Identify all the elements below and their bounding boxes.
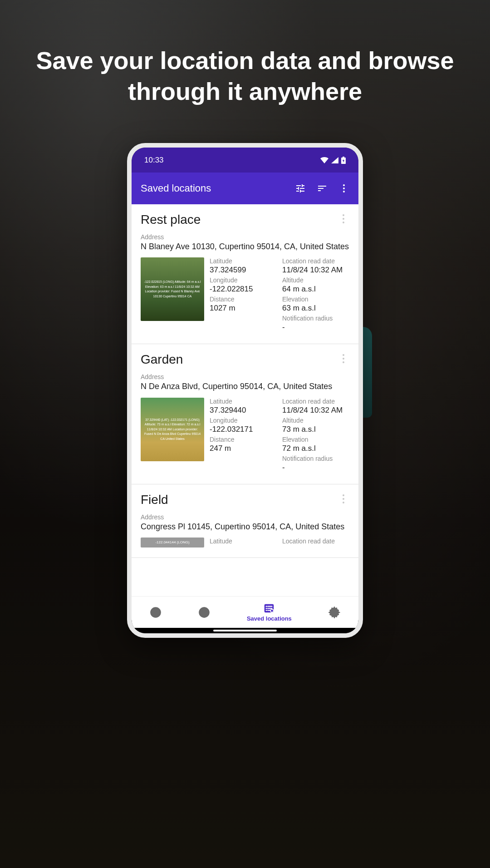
read-date-value: 11/8/24 10:32 AM bbox=[282, 266, 349, 275]
location-card[interactable]: Field Address Congress Pl 10145, Cuperti… bbox=[132, 484, 358, 558]
card-menu-button[interactable] bbox=[338, 212, 349, 227]
latitude-value: 37.329440 bbox=[210, 406, 277, 415]
nav-compass[interactable] bbox=[150, 607, 162, 618]
longitude-value: -122.032171 bbox=[210, 425, 277, 434]
status-icons bbox=[320, 157, 346, 164]
location-thumbnail[interactable]: -122.044144 (LONG) bbox=[141, 538, 204, 547]
address-value: N De Anza Blvd, Cupertino 95014, CA, Uni… bbox=[141, 381, 349, 392]
app-bar-title: Saved locations bbox=[141, 182, 295, 194]
read-date-value: 11/8/24 10:32 AM bbox=[282, 406, 349, 415]
sort-icon[interactable] bbox=[317, 183, 328, 194]
longitude-value: -122.022815 bbox=[210, 285, 277, 294]
list-icon bbox=[263, 602, 275, 614]
phone-screen: 10:33 Saved locations Rest place Address bbox=[132, 148, 358, 633]
svg-point-15 bbox=[271, 609, 274, 612]
bottom-nav: Saved locations bbox=[132, 596, 358, 628]
altitude-label: Altitude bbox=[282, 276, 349, 284]
app-bar-actions bbox=[295, 183, 349, 194]
nav-settings[interactable] bbox=[328, 607, 340, 618]
status-time: 10:33 bbox=[144, 156, 164, 165]
elevation-value: 72 m a.s.l bbox=[282, 444, 349, 453]
card-menu-button[interactable] bbox=[338, 493, 349, 507]
read-date-label: Location read date bbox=[282, 257, 349, 265]
compass-icon bbox=[150, 607, 162, 618]
altitude-value: 73 m a.s.l bbox=[282, 425, 349, 434]
svg-point-8 bbox=[343, 361, 344, 363]
longitude-label: Longitude bbox=[210, 276, 277, 284]
location-thumbnail[interactable]: -122.022815 (LONG) Altitude: 64 m a.s.l … bbox=[141, 257, 204, 321]
app-bar: Saved locations bbox=[132, 173, 358, 204]
wifi-icon bbox=[320, 157, 328, 163]
distance-value: 1027 m bbox=[210, 304, 277, 313]
notif-radius-label: Notification radius bbox=[282, 455, 349, 462]
latitude-label: Latitude bbox=[210, 398, 277, 405]
distance-value: 247 m bbox=[210, 444, 277, 453]
nav-saved-locations[interactable]: Saved locations bbox=[247, 602, 292, 622]
nav-globe[interactable] bbox=[198, 607, 210, 618]
location-thumbnail[interactable]: 37.329440 (LAT) -122.032171 (LONG) Altit… bbox=[141, 398, 204, 461]
content-scroll[interactable]: Rest place Address N Blaney Ave 10130, C… bbox=[132, 204, 358, 596]
latitude-label: Latitude bbox=[210, 538, 277, 545]
more-vert-icon[interactable] bbox=[338, 183, 349, 194]
distance-label: Distance bbox=[210, 436, 277, 443]
location-name: Garden bbox=[141, 352, 183, 367]
svg-point-2 bbox=[343, 191, 345, 192]
nav-handle[interactable] bbox=[213, 630, 277, 631]
latitude-value: 37.324599 bbox=[210, 266, 277, 275]
notif-radius-value: - bbox=[282, 323, 349, 332]
address-label: Address bbox=[141, 513, 349, 521]
svg-point-4 bbox=[343, 218, 344, 220]
promo-headline: Save your location data and browse throu… bbox=[0, 45, 490, 107]
svg-point-7 bbox=[343, 358, 344, 360]
location-card[interactable]: Rest place Address N Blaney Ave 10130, C… bbox=[132, 204, 358, 344]
latitude-label: Latitude bbox=[210, 257, 277, 265]
status-bar: 10:33 bbox=[132, 148, 358, 173]
read-date-label: Location read date bbox=[282, 538, 349, 545]
svg-point-5 bbox=[343, 222, 344, 223]
address-label: Address bbox=[141, 233, 349, 241]
elevation-label: Elevation bbox=[282, 296, 349, 303]
svg-point-10 bbox=[343, 498, 344, 500]
longitude-label: Longitude bbox=[210, 417, 277, 424]
address-label: Address bbox=[141, 373, 349, 380]
elevation-value: 63 m a.s.l bbox=[282, 304, 349, 313]
svg-point-6 bbox=[343, 354, 344, 356]
notif-radius-label: Notification radius bbox=[282, 315, 349, 322]
address-value: Congress Pl 10145, Cupertino 95014, CA, … bbox=[141, 522, 349, 532]
location-name: Field bbox=[141, 493, 168, 507]
nav-label: Saved locations bbox=[247, 615, 292, 622]
tune-icon[interactable] bbox=[295, 183, 306, 194]
svg-point-11 bbox=[343, 502, 344, 503]
gear-icon bbox=[328, 607, 340, 618]
phone-frame: 10:33 Saved locations Rest place Address bbox=[127, 143, 363, 638]
signal-icon bbox=[331, 157, 338, 163]
location-card[interactable]: Garden Address N De Anza Blvd, Cupertino… bbox=[132, 344, 358, 484]
card-menu-button[interactable] bbox=[338, 352, 349, 367]
svg-point-0 bbox=[343, 184, 345, 186]
location-name: Rest place bbox=[141, 212, 201, 227]
battery-icon bbox=[341, 157, 346, 164]
svg-point-3 bbox=[343, 214, 344, 216]
svg-point-1 bbox=[343, 187, 345, 189]
notif-radius-value: - bbox=[282, 463, 349, 472]
altitude-label: Altitude bbox=[282, 417, 349, 424]
read-date-label: Location read date bbox=[282, 398, 349, 405]
altitude-value: 64 m a.s.l bbox=[282, 285, 349, 294]
svg-point-9 bbox=[343, 494, 344, 496]
address-value: N Blaney Ave 10130, Cupertino 95014, CA,… bbox=[141, 242, 349, 252]
system-nav-bar bbox=[132, 628, 358, 633]
elevation-label: Elevation bbox=[282, 436, 349, 443]
globe-icon bbox=[198, 607, 210, 618]
distance-label: Distance bbox=[210, 296, 277, 303]
